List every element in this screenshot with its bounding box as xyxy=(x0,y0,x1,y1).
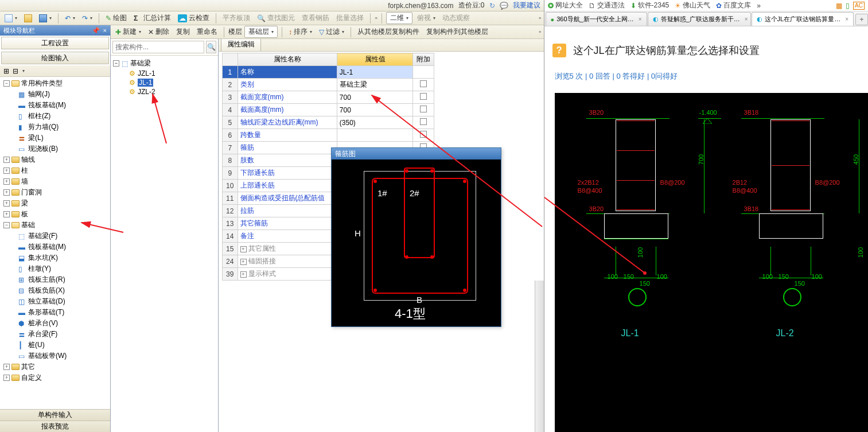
search-input[interactable] xyxy=(112,41,204,53)
tree-axis[interactable]: +轴线 xyxy=(2,154,110,165)
save-button[interactable]: ▾ xyxy=(37,14,54,23)
browser-tab-2[interactable]: ◐这个JL在广联达钢筋算量…× xyxy=(752,12,854,26)
copy-to-floor-button[interactable]: 复制构件到其他楼层 xyxy=(424,26,491,37)
undo-button[interactable]: ↶▾ xyxy=(63,14,77,23)
prop-row[interactable]: 6跨数量 xyxy=(223,129,434,142)
rename-button[interactable]: 重命名 xyxy=(194,26,220,37)
search-button[interactable]: 🔍 xyxy=(206,41,216,53)
close-icon[interactable]: × xyxy=(103,27,107,34)
tree-found-beam[interactable]: ⬚基础梁(F) xyxy=(2,231,110,242)
close-icon: × xyxy=(639,16,642,22)
module-navigator: 模块导航栏 📌× 工程设置 绘图输入 ⊞ ⊟ ▾ −常用构件类型 ▦轴网(J) … xyxy=(0,25,111,432)
mid-item-1[interactable]: ⚙JL-1 xyxy=(113,78,216,87)
tab-property-edit[interactable]: 属性编辑 xyxy=(221,39,261,51)
prop-row[interactable]: 1名称JL-1 xyxy=(223,66,434,79)
pin-icon[interactable]: 📌 xyxy=(92,27,100,34)
tree-common[interactable]: −常用构件类型 xyxy=(2,78,110,89)
fav-soft[interactable]: ⬇软件-2345 xyxy=(630,1,670,10)
tree-slab[interactable]: ▭现浇板(B) xyxy=(2,143,110,154)
view-rebar-button[interactable]: 查看钢筋 xyxy=(299,13,332,24)
sort-button[interactable]: ↕排序▾ xyxy=(286,26,314,37)
ext-icon-2[interactable]: ▯ xyxy=(846,2,850,10)
header-rownum xyxy=(223,53,238,66)
toolbar-overflow[interactable]: » xyxy=(375,15,377,21)
tree-frame-col[interactable]: ▯框柱(Z) xyxy=(2,111,110,122)
tree-pile-cap[interactable]: ⬢桩承台(V) xyxy=(2,318,110,329)
tree-shear-wall[interactable]: ▮剪力墙(Q) xyxy=(2,122,110,133)
tree-pile[interactable]: ┃桩(U) xyxy=(2,340,110,351)
new-component-button[interactable]: ✚新建▾ xyxy=(113,26,143,37)
prop-row[interactable]: 5轴线距梁左边线距离(mm)(350) xyxy=(223,116,434,129)
prop-row[interactable]: 4截面高度(mm)700 xyxy=(223,104,434,116)
prop-row[interactable]: 2类别基础主梁 xyxy=(223,79,434,91)
redo-button[interactable]: ↷▾ xyxy=(80,14,95,23)
mid-item-0[interactable]: ⚙JZL-1 xyxy=(113,69,216,78)
tree-col-pier[interactable]: ▯柱墩(Y) xyxy=(2,263,110,274)
mid-item-2[interactable]: ⚙JZL-2 xyxy=(113,87,216,96)
dynamic-view-button[interactable]: 动态观察 xyxy=(440,13,472,24)
tree-raft2[interactable]: ▬筏板基础(M) xyxy=(2,242,110,252)
tree-column[interactable]: +柱 xyxy=(2,165,110,176)
tree-axis-net[interactable]: ▦轴网(J) xyxy=(2,89,110,100)
sum-button[interactable]: Σ 汇总计算 xyxy=(131,13,173,24)
tb3-overflow[interactable]: » xyxy=(539,29,541,34)
tree-custom[interactable]: +自定义 xyxy=(2,372,110,383)
tree-slab2[interactable]: +板 xyxy=(2,209,110,220)
new-tab-button[interactable]: + xyxy=(855,14,868,25)
flat-slab-button[interactable]: 平齐板顶 xyxy=(220,13,252,24)
stirrup-label-1: 1# xyxy=(377,188,387,198)
component-tree: −常用构件类型 ▦轴网(J) ▬筏板基础(M) ▯框柱(Z) ▮剪力墙(Q) 〓… xyxy=(0,77,110,409)
tree-cap-beam[interactable]: 〓承台梁(F) xyxy=(2,329,110,340)
top-view-button[interactable]: 俯视▾ xyxy=(415,13,438,24)
ext-icon-1[interactable]: ▦ xyxy=(836,2,842,10)
tab-single-input[interactable]: 单构件输入 xyxy=(0,409,110,421)
floor-select[interactable]: 基础层▾ xyxy=(244,26,278,38)
chat-icon[interactable]: 💬 xyxy=(500,2,508,10)
fav-all[interactable]: ✪网址大全 xyxy=(548,1,583,10)
tree-strip-found[interactable]: ▬条形基础(T) xyxy=(2,307,110,318)
prop-row[interactable]: 3截面宽度(mm)700 xyxy=(223,91,434,104)
tree-raft-main[interactable]: ⊞筏板主筋(R) xyxy=(2,274,110,285)
refresh-icon[interactable]: ↻ xyxy=(489,2,495,10)
delete-button[interactable]: ✕删除 xyxy=(146,26,172,37)
tree-other[interactable]: +其它 xyxy=(2,361,110,372)
filter-button[interactable]: ▽过滤▾ xyxy=(317,26,347,37)
nav-mini-icon3[interactable]: ▾ xyxy=(22,68,25,73)
draw-button[interactable]: ✎绘图 xyxy=(103,13,129,24)
batch-select-button[interactable]: 批量选择 xyxy=(334,13,366,24)
tab-drawing-input[interactable]: 绘图输入 xyxy=(1,52,109,64)
browser-tab-1[interactable]: ◐答疑解惑_广联达服务新干…× xyxy=(648,12,751,26)
suggest-link[interactable]: 我要建议 xyxy=(513,1,540,10)
tree-base-slab[interactable]: ▭基础板带(W) xyxy=(2,351,110,361)
tab-report-preview[interactable]: 报表预览 xyxy=(0,421,110,432)
new-doc-button[interactable]: ▾ xyxy=(2,14,20,23)
tab-project-settings[interactable]: 工程设置 xyxy=(1,37,109,49)
tree-foundation[interactable]: −基础 xyxy=(2,220,110,231)
tree-opening[interactable]: +门窗洞 xyxy=(2,187,110,198)
copy-from-floor-button[interactable]: 从其他楼层复制构件 xyxy=(355,26,422,37)
open-button[interactable] xyxy=(22,14,34,23)
tree-raft-neg[interactable]: ⊟筏板负筋(X) xyxy=(2,285,110,296)
tree-beam2[interactable]: +梁 xyxy=(2,198,110,209)
fav-wenku[interactable]: ✿百度文库 xyxy=(716,1,751,10)
copy-button[interactable]: 复制 xyxy=(174,26,192,37)
toolbar-overflow-2[interactable]: » xyxy=(539,15,541,21)
cloud-check-button[interactable]: ☁云检查 xyxy=(176,13,212,24)
tree-wall[interactable]: +墙 xyxy=(2,176,110,187)
fav-traffic[interactable]: 🗋交通违法 xyxy=(589,1,625,10)
find-element-button[interactable]: 🔍查找图元 xyxy=(255,13,297,24)
nav-mini-icon2[interactable]: ⊟ xyxy=(13,67,18,75)
view-2d-select[interactable]: 二维▾ xyxy=(386,12,412,24)
tree-iso-found[interactable]: ◫独立基础(D) xyxy=(2,296,110,307)
browser-tab-0[interactable]: ●360导航_新一代安全上网…× xyxy=(546,12,647,26)
vertical-scrollbar[interactable] xyxy=(535,281,544,432)
mid-root[interactable]: −⬚基础梁 xyxy=(113,58,216,69)
nav-mini-icon1[interactable]: ⊞ xyxy=(3,67,9,75)
fav-weather[interactable]: ☀佛山天气 xyxy=(675,1,710,10)
ext-icon-3[interactable]: AC xyxy=(853,2,865,10)
tree-beam[interactable]: 〓梁(L) xyxy=(2,133,110,143)
tree-raft-base[interactable]: ▬筏板基础(M) xyxy=(2,100,110,111)
tree-sump[interactable]: ⬓集水坑(K) xyxy=(2,252,110,263)
fav-overflow[interactable]: » xyxy=(757,2,761,10)
toolbar-component: ✚新建▾ ✕删除 复制 重命名 楼层 基础层▾ ↕排序▾ ▽过滤▾ 从其他楼层复… xyxy=(111,25,544,39)
